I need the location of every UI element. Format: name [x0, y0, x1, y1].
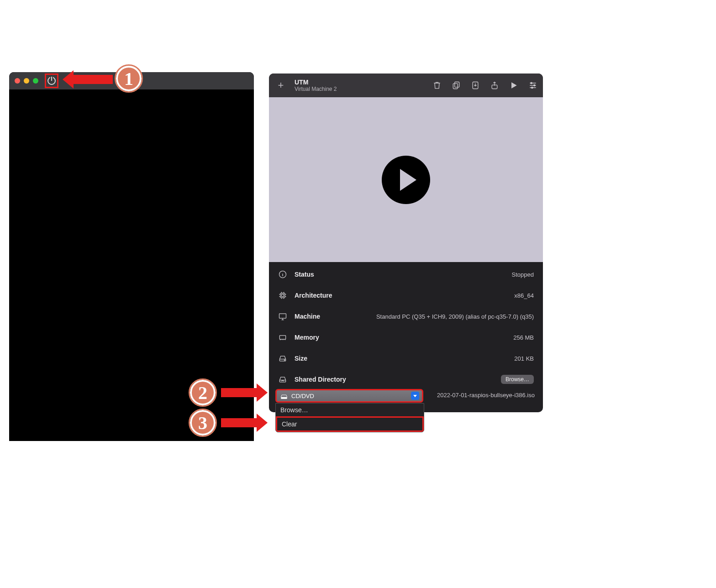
memory-row: Memory 256 MB	[278, 327, 534, 348]
monitor-icon	[278, 312, 287, 321]
size-row: Size 201 KB	[278, 348, 534, 369]
annotation-badge-1: 1	[116, 66, 142, 91]
play-icon[interactable]	[509, 81, 518, 90]
svg-rect-15	[281, 397, 287, 399]
trash-icon[interactable]	[432, 81, 442, 90]
menu-browse[interactable]: Browse…	[276, 404, 424, 416]
memory-label: Memory	[295, 334, 319, 341]
machine-value: Standard PC (Q35 + ICH9, 2009) (alias of…	[376, 313, 534, 320]
svg-rect-8	[280, 293, 285, 298]
annotation-badge-3: 3	[190, 410, 216, 436]
annotation-arrow-2	[221, 388, 259, 397]
svg-point-5	[534, 84, 535, 86]
info-icon	[278, 270, 287, 279]
cddvd-menu: Browse… Clear	[275, 403, 424, 432]
download-icon[interactable]	[471, 81, 480, 90]
size-value: 201 KB	[514, 355, 534, 362]
cddvd-dropdown[interactable]: CD/DVD	[275, 389, 423, 403]
svg-point-6	[532, 87, 533, 88]
app-title: UTM	[295, 79, 337, 86]
browse-shared-button[interactable]: Browse…	[501, 375, 534, 384]
minimize-window-button[interactable]	[24, 78, 29, 84]
chevron-down-icon	[411, 392, 419, 400]
play-icon	[400, 169, 416, 191]
close-window-button[interactable]	[15, 78, 20, 84]
toolbar-actions	[432, 81, 537, 90]
memory-icon	[278, 333, 287, 342]
disc-icon	[280, 393, 288, 399]
annotation-arrow-3	[221, 418, 259, 427]
cddvd-label: CD/DVD	[291, 393, 411, 399]
machine-row: Machine Standard PC (Q35 + ICH9, 2009) (…	[278, 306, 534, 327]
vm-name: Virtual Machine 2	[295, 86, 337, 92]
title-stack: UTM Virtual Machine 2	[295, 79, 337, 92]
start-vm-button[interactable]	[382, 156, 430, 204]
vm-info-panel: Status Stopped Architecture x86_64 Machi…	[269, 262, 543, 390]
svg-rect-0	[455, 82, 459, 88]
console-display	[9, 89, 254, 441]
traffic-lights	[15, 78, 38, 84]
annotation-arrow-1	[71, 75, 113, 84]
architecture-row: Architecture x86_64	[278, 285, 534, 306]
toolbar: + UTM Virtual Machine 2	[269, 74, 543, 97]
status-value: Stopped	[512, 271, 534, 278]
vm-preview	[269, 97, 543, 262]
settings-icon[interactable]	[528, 81, 537, 90]
size-label: Size	[295, 355, 307, 362]
folder-share-icon	[278, 375, 287, 384]
zoom-window-button[interactable]	[33, 78, 38, 84]
annotation-badge-2: 2	[190, 380, 216, 405]
svg-point-13	[284, 360, 285, 360]
vm-console-window: Virtual	[9, 72, 254, 441]
svg-point-4	[531, 82, 532, 84]
machine-label: Machine	[295, 313, 320, 320]
shared-directory-row: Shared Directory Browse…	[278, 369, 534, 390]
add-vm-button[interactable]: +	[274, 79, 287, 92]
svg-rect-11	[279, 336, 285, 339]
status-label: Status	[295, 271, 314, 278]
menu-clear[interactable]: Clear	[276, 416, 424, 432]
duplicate-icon[interactable]	[452, 81, 461, 90]
power-icon	[47, 77, 56, 85]
architecture-value: x86_64	[514, 292, 534, 299]
svg-rect-9	[282, 294, 284, 297]
svg-rect-10	[279, 314, 286, 318]
svg-rect-1	[453, 84, 458, 89]
utm-window: + UTM Virtual Machine 2 Status	[269, 74, 543, 412]
cpu-icon	[278, 291, 287, 300]
memory-value: 256 MB	[513, 334, 534, 341]
status-row: Status Stopped	[278, 264, 534, 285]
share-icon[interactable]	[490, 81, 499, 90]
power-button[interactable]	[45, 74, 58, 88]
drive-icon	[278, 354, 287, 363]
cddvd-iso-name: 2022-07-01-raspios-bullseye-i386.iso	[437, 392, 535, 399]
shared-directory-label: Shared Directory	[295, 376, 346, 383]
architecture-label: Architecture	[295, 292, 332, 299]
